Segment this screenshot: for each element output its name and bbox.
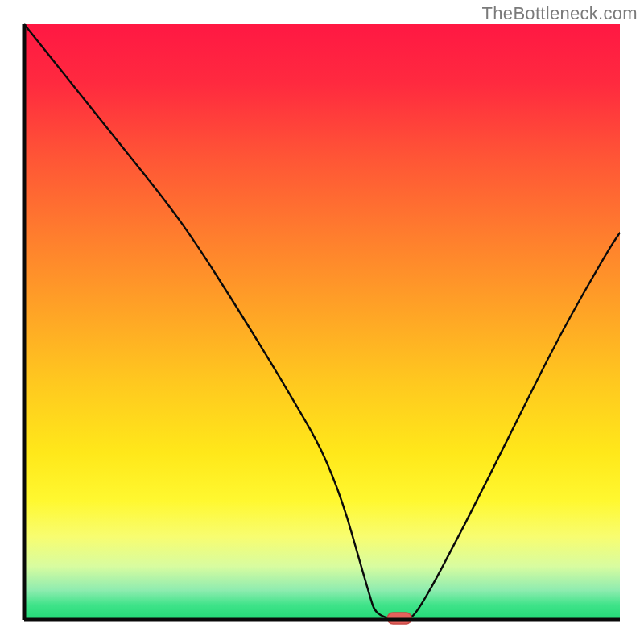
- chart-container: TheBottleneck.com: [0, 0, 644, 644]
- bottleneck-chart: [0, 0, 644, 644]
- plot-area: [24, 24, 620, 624]
- gradient-background: [24, 24, 620, 620]
